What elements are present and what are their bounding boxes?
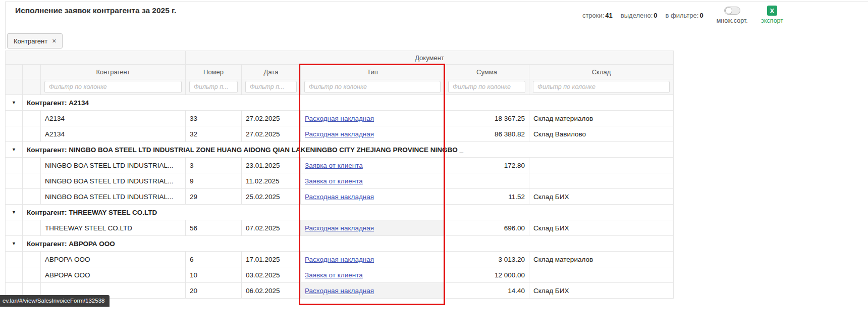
table-row[interactable]: А21343327.02.2025Расходная накладная18 3… — [6, 111, 674, 126]
filter-spacer — [23, 79, 41, 95]
filter-input-warehouse[interactable] — [533, 81, 670, 93]
document-link[interactable]: Расходная накладная — [305, 115, 374, 122]
sum-cell: 696.00 — [445, 220, 529, 236]
warehouse-cell: Склад БИХ — [529, 283, 674, 299]
table-row[interactable]: АВРОРА ООО617.01.2025Расходная накладная… — [6, 252, 674, 267]
date-cell: 06.02.2025 — [242, 283, 301, 299]
rows-count-label: строки: — [582, 12, 604, 19]
row-expand-cell — [6, 267, 23, 283]
grid-stats: строки:41 выделено:0 в фильтре:0 — [582, 12, 703, 19]
export-label: экспорт — [761, 17, 783, 24]
row-select-cell — [23, 220, 41, 236]
multi-sort-control[interactable]: множ.сорт. — [717, 5, 748, 24]
group-label: Контрагент: А2134 — [23, 95, 674, 111]
number-cell: 3 — [186, 158, 242, 173]
table-row[interactable]: NINGBO BOA STEEL LTD INDUSTRIAL...323.01… — [6, 158, 674, 173]
warehouse-cell: Склад материалов — [529, 111, 674, 126]
sum-cell: 86 380.82 — [445, 126, 529, 142]
row-select-cell — [23, 173, 41, 189]
filter-input-sum[interactable] — [448, 81, 525, 93]
chip-remove-icon[interactable]: × — [52, 37, 56, 44]
group-collapse-icon[interactable]: ▼ — [6, 142, 23, 158]
document-link[interactable]: Заявка от клиента — [305, 162, 363, 169]
page-title: Исполнение заявок контрагента за 2025 г. — [15, 6, 176, 15]
document-link[interactable]: Расходная накладная — [305, 130, 374, 138]
warehouse-cell: Склад материалов — [529, 252, 674, 267]
export-button[interactable]: X экспорт — [761, 5, 783, 24]
document-link[interactable]: Расходная накладная — [305, 287, 374, 295]
warehouse-cell: Склад Вавилово — [529, 126, 674, 142]
document-link[interactable]: Заявка от клиента — [305, 271, 363, 279]
grid-toolbar: строки:41 выделено:0 в фильтре:0 множ.со… — [582, 5, 783, 24]
multi-sort-toggle[interactable] — [724, 7, 740, 15]
contragent-cell: NINGBO BOA STEEL LTD INDUSTRIAL... — [41, 189, 186, 205]
filter-input-type[interactable] — [304, 81, 441, 93]
selected-count-label: выделено: — [621, 12, 653, 19]
table-row[interactable]: THREEWAY STEEL CO.LTD5607.02.2025Расходн… — [6, 220, 674, 236]
filter-chip-contragent[interactable]: Контрагент × — [7, 33, 63, 49]
table-row[interactable]: NINGBO BOA STEEL LTD INDUSTRIAL...2925.0… — [6, 189, 674, 205]
date-cell: 27.02.2025 — [242, 111, 301, 126]
row-expand-cell — [6, 158, 23, 173]
row-expand-cell — [6, 126, 23, 142]
filter-chip-label: Контрагент — [14, 37, 47, 45]
column-header-type[interactable]: Тип — [301, 65, 445, 79]
column-header-warehouse[interactable]: Склад — [529, 65, 674, 79]
document-link[interactable]: Расходная накладная — [305, 256, 374, 263]
group-row: ▼Контрагент: NINGBO BOA STEEL LTD INDUST… — [6, 142, 674, 158]
group-label: Контрагент: NINGBO BOA STEEL LTD INDUSTR… — [23, 142, 674, 158]
table-row[interactable]: А21343227.02.2025Расходная накладная86 3… — [6, 126, 674, 142]
selected-count: выделено:0 — [621, 12, 658, 19]
contragent-cell: THREEWAY STEEL CO.LTD — [41, 220, 186, 236]
document-link[interactable]: Заявка от клиента — [305, 177, 363, 185]
group-collapse-icon[interactable]: ▼ — [6, 95, 23, 111]
sum-cell: 12 000.00 — [445, 267, 529, 283]
group-collapse-icon[interactable]: ▼ — [6, 236, 23, 252]
status-bar-url: ev.lan/#/view/SalesInvoiceForm/132538 — [0, 295, 110, 307]
doc-type-cell: Расходная накладная — [301, 126, 445, 142]
group-row: ▼Контрагент: А2134 — [6, 95, 674, 111]
filter-input-contragent[interactable] — [44, 81, 182, 93]
row-select-cell — [23, 126, 41, 142]
row-select-cell — [23, 252, 41, 267]
number-cell: 6 — [186, 252, 242, 267]
column-header-number[interactable]: Номер — [186, 65, 242, 79]
selected-count-value: 0 — [654, 12, 657, 19]
doc-type-cell: Заявка от клиента — [301, 173, 445, 189]
sum-cell: 3 013.20 — [445, 252, 529, 267]
panel-divider — [5, 2, 868, 2]
table-row[interactable]: NINGBO BOA STEEL LTD INDUSTRIAL...911.02… — [6, 173, 674, 189]
warehouse-cell — [529, 267, 674, 283]
sum-cell: 11.52 — [445, 189, 529, 205]
number-cell: 33 — [186, 111, 242, 126]
table-body: ▼Контрагент: А2134А21343327.02.2025Расхо… — [6, 95, 674, 299]
column-header-date[interactable]: Дата — [242, 65, 301, 79]
row-expand-cell — [6, 189, 23, 205]
column-header-sum[interactable]: Сумма — [445, 65, 529, 79]
header-spacer — [6, 51, 186, 65]
document-link[interactable]: Расходная накладная — [305, 193, 374, 201]
table-row[interactable]: АВРОРА ООО1003.02.2025Заявка от клиента1… — [6, 267, 674, 283]
contragent-cell: АВРОРА ООО — [41, 267, 186, 283]
multi-sort-label: множ.сорт. — [717, 17, 748, 24]
number-cell: 9 — [186, 173, 242, 189]
filter-input-date[interactable] — [245, 81, 297, 93]
number-cell: 10 — [186, 267, 242, 283]
doc-type-cell: Расходная накладная — [301, 111, 445, 126]
group-row: ▼Контрагент: THREEWAY STEEL CO.LTD — [6, 205, 674, 220]
warehouse-cell: Склад БИХ — [529, 189, 674, 205]
date-cell: 17.01.2025 — [242, 252, 301, 267]
row-select-cell — [23, 189, 41, 205]
group-collapse-icon[interactable]: ▼ — [6, 205, 23, 220]
row-select-cell — [23, 158, 41, 173]
filter-input-number[interactable] — [189, 81, 238, 93]
filtered-count-label: в фильтре: — [666, 12, 699, 19]
document-link[interactable]: Расходная накладная — [305, 224, 374, 232]
column-header-expand — [6, 65, 23, 79]
doc-type-cell: Заявка от клиента — [301, 267, 445, 283]
number-cell: 32 — [186, 126, 242, 142]
column-header-contragent[interactable]: Контрагент — [41, 65, 186, 79]
excel-icon: X — [767, 6, 777, 16]
row-expand-cell — [6, 220, 23, 236]
row-select-cell — [23, 267, 41, 283]
